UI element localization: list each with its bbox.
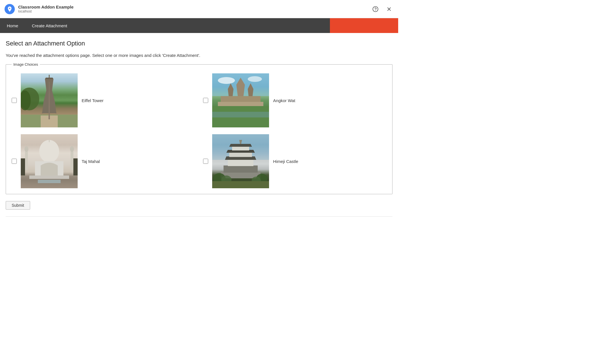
label-eiffel: Eiffel Tower	[82, 98, 104, 103]
label-angkor: Angkor Wat	[273, 98, 295, 103]
svg-rect-12	[41, 115, 58, 127]
svg-point-28	[39, 140, 59, 163]
bottom-divider	[6, 216, 392, 217]
svg-rect-34	[73, 158, 78, 175]
svg-point-25	[24, 146, 28, 152]
page-description: You've reached the attachment options pa…	[6, 53, 392, 58]
checkbox-taj[interactable]	[12, 159, 17, 164]
nav-accent-block	[330, 18, 398, 33]
help-button[interactable]	[371, 5, 380, 14]
svg-rect-24	[25, 150, 28, 170]
submit-button[interactable]: Submit	[6, 201, 30, 210]
svg-rect-33	[21, 158, 25, 175]
image-item-angkor: Angkor Wat	[203, 73, 387, 127]
image-grid: Eiffel Tower	[12, 73, 387, 188]
svg-rect-22	[212, 112, 269, 117]
svg-point-27	[70, 146, 74, 152]
svg-rect-37	[224, 166, 258, 173]
nav-bar: Home Create Attachment	[0, 18, 398, 33]
checkbox-angkor[interactable]	[203, 98, 208, 103]
app-title-text: Classroom Addon Example localhost	[18, 5, 74, 13]
svg-rect-26	[71, 150, 73, 170]
image-item-himeji: Himeji Castle	[203, 134, 387, 188]
image-eiffel	[21, 73, 78, 127]
nav-item-create-attachment[interactable]: Create Attachment	[25, 18, 74, 33]
title-bar-right	[371, 5, 394, 14]
image-item-eiffel: Eiffel Tower	[12, 73, 192, 127]
nav-item-home[interactable]: Home	[0, 18, 25, 33]
svg-rect-31	[29, 175, 69, 179]
image-choices-legend: Image Choices	[12, 62, 40, 67]
svg-rect-32	[38, 180, 61, 183]
image-angkor	[212, 73, 269, 127]
svg-rect-19	[221, 96, 261, 102]
title-bar: Classroom Addon Example localhost	[0, 0, 398, 18]
app-icon	[5, 4, 15, 14]
label-himeji: Himeji Castle	[273, 159, 298, 164]
svg-point-14	[218, 77, 235, 84]
label-taj: Taj Mahal	[82, 159, 100, 164]
title-bar-left: Classroom Addon Example localhost	[5, 4, 74, 14]
image-choices-fieldset: Image Choices	[6, 62, 392, 194]
svg-rect-49	[212, 181, 269, 188]
page-title: Select an Attachment Option	[6, 40, 392, 47]
close-button[interactable]	[385, 5, 394, 14]
main-content: Select an Attachment Option You've reach…	[0, 33, 398, 224]
svg-marker-43	[229, 144, 252, 147]
svg-rect-38	[228, 160, 253, 166]
svg-rect-20	[218, 102, 263, 106]
checkbox-himeji[interactable]	[203, 159, 208, 164]
image-taj	[21, 134, 78, 188]
svg-point-15	[248, 76, 262, 82]
image-item-taj: Taj Mahal	[12, 134, 192, 188]
nav-spacer	[74, 18, 330, 33]
app-url: localhost	[18, 9, 74, 13]
svg-rect-42	[232, 147, 249, 150]
checkbox-eiffel[interactable]	[12, 98, 17, 103]
image-himeji	[212, 134, 269, 188]
app-name: Classroom Addon Example	[18, 5, 74, 9]
svg-rect-40	[229, 153, 252, 157]
